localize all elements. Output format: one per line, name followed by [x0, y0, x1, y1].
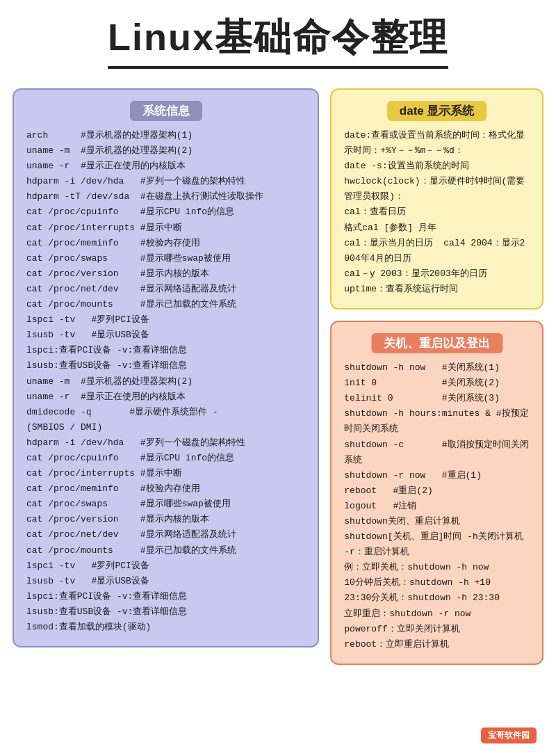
right-panel: date 显示系统 date:查看或设置当前系统的时间：格式化显示时间：+%Y－… [330, 88, 543, 665]
content-area: 系统信息 arch #显示机器的处理器架构(1) uname -m #显示机器的… [0, 76, 556, 677]
shutdown-title: 关机、重启以及登出 [371, 333, 502, 353]
shutdown-content: shutdown -h now #关闭系统(1) init 0 #关闭系统(2)… [344, 360, 530, 652]
system-info-box: 系统信息 arch #显示机器的处理器架构(1) uname -m #显示机器的… [13, 88, 319, 648]
title-area: Linux基础命令整理 [0, 0, 556, 76]
system-info-content: arch #显示机器的处理器架构(1) uname -m #显示机器的处理器架构… [26, 128, 305, 635]
date-title: date 显示系统 [387, 101, 487, 121]
main-title: Linux基础命令整理 [108, 13, 448, 69]
date-content: date:查看或设置当前系统的时间：格式化显示时间：+%Y－－%m－－%d： d… [344, 128, 530, 297]
shutdown-box: 关机、重启以及登出 shutdown -h now #关闭系统(1) init … [330, 321, 543, 665]
page: Linux基础命令整理 系统信息 arch #显示机器的处理器架构(1) una… [0, 0, 556, 756]
watermark: 宝哥软件园 [481, 727, 537, 743]
system-info-title: 系统信息 [130, 101, 202, 121]
date-box: date 显示系统 date:查看或设置当前系统的时间：格式化显示时间：+%Y－… [330, 88, 543, 309]
left-panel: 系统信息 arch #显示机器的处理器架构(1) uname -m #显示机器的… [13, 88, 319, 648]
